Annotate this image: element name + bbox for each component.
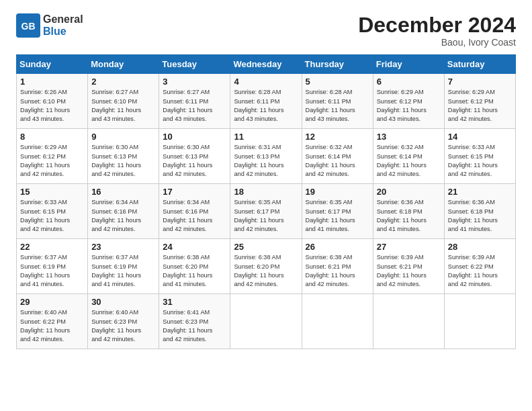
cell-info: Sunrise: 6:30 AMSunset: 6:13 PMDaylight:…	[163, 143, 226, 179]
day-number: 29	[20, 297, 84, 307]
calendar-cell: 22Sunrise: 6:37 AMSunset: 6:19 PMDayligh…	[17, 239, 88, 294]
day-number: 7	[448, 77, 512, 87]
svg-text:GB: GB	[21, 21, 36, 32]
page: GB General Blue December 2024 Baou, Ivor…	[0, 0, 532, 411]
calendar-cell: 10Sunrise: 6:30 AMSunset: 6:13 PMDayligh…	[159, 129, 230, 184]
calendar-cell: 27Sunrise: 6:39 AMSunset: 6:21 PMDayligh…	[373, 239, 444, 294]
cell-info: Sunrise: 6:26 AMSunset: 6:10 PMDaylight:…	[20, 88, 84, 124]
calendar-cell	[373, 294, 444, 349]
calendar-cell: 12Sunrise: 6:32 AMSunset: 6:14 PMDayligh…	[302, 129, 373, 184]
day-number: 10	[163, 132, 226, 142]
calendar-cell: 28Sunrise: 6:39 AMSunset: 6:22 PMDayligh…	[444, 239, 515, 294]
calendar-cell: 18Sunrise: 6:35 AMSunset: 6:17 PMDayligh…	[230, 184, 302, 239]
cell-info: Sunrise: 6:29 AMSunset: 6:12 PMDaylight:…	[377, 88, 441, 124]
day-number: 27	[377, 242, 441, 252]
header: GB General Blue December 2024 Baou, Ivor…	[16, 13, 516, 48]
cell-info: Sunrise: 6:28 AMSunset: 6:11 PMDaylight:…	[306, 88, 369, 124]
day-number: 18	[234, 187, 298, 197]
logo-text-general: General	[43, 13, 83, 25]
weekday-header-sunday: Sunday	[17, 55, 88, 74]
cell-info: Sunrise: 6:38 AMSunset: 6:20 PMDaylight:…	[163, 253, 226, 289]
weekday-header-thursday: Thursday	[302, 55, 373, 74]
day-number: 9	[91, 132, 155, 142]
weekday-header-saturday: Saturday	[444, 55, 515, 74]
day-number: 19	[306, 187, 369, 197]
calendar-cell: 3Sunrise: 6:27 AMSunset: 6:11 PMDaylight…	[159, 74, 230, 129]
cell-info: Sunrise: 6:33 AMSunset: 6:15 PMDaylight:…	[448, 143, 512, 179]
logo-icon: GB	[16, 13, 40, 38]
cell-info: Sunrise: 6:40 AMSunset: 6:23 PMDaylight:…	[91, 308, 155, 344]
cell-info: Sunrise: 6:27 AMSunset: 6:10 PMDaylight:…	[91, 88, 155, 124]
day-number: 8	[20, 132, 84, 142]
calendar-cell: 9Sunrise: 6:30 AMSunset: 6:13 PMDaylight…	[88, 129, 159, 184]
cell-info: Sunrise: 6:32 AMSunset: 6:14 PMDaylight:…	[306, 143, 369, 179]
cell-info: Sunrise: 6:39 AMSunset: 6:22 PMDaylight:…	[448, 253, 512, 289]
calendar-cell: 23Sunrise: 6:37 AMSunset: 6:19 PMDayligh…	[88, 239, 159, 294]
day-number: 30	[91, 297, 155, 307]
day-number: 14	[448, 132, 512, 142]
cell-info: Sunrise: 6:29 AMSunset: 6:12 PMDaylight:…	[448, 88, 512, 124]
cell-info: Sunrise: 6:30 AMSunset: 6:13 PMDaylight:…	[91, 143, 155, 179]
day-number: 17	[163, 187, 226, 197]
cell-info: Sunrise: 6:31 AMSunset: 6:13 PMDaylight:…	[234, 143, 298, 179]
day-number: 16	[91, 187, 155, 197]
weekday-header-row: SundayMondayTuesdayWednesdayThursdayFrid…	[17, 55, 516, 74]
calendar-cell: 7Sunrise: 6:29 AMSunset: 6:12 PMDaylight…	[444, 74, 515, 129]
calendar-cell: 19Sunrise: 6:35 AMSunset: 6:17 PMDayligh…	[302, 184, 373, 239]
calendar-cell: 24Sunrise: 6:38 AMSunset: 6:20 PMDayligh…	[159, 239, 230, 294]
calendar-cell: 29Sunrise: 6:40 AMSunset: 6:22 PMDayligh…	[17, 294, 88, 349]
location: Baou, Ivory Coast	[358, 37, 516, 48]
month-title: December 2024	[358, 13, 516, 37]
cell-info: Sunrise: 6:35 AMSunset: 6:17 PMDaylight:…	[234, 198, 298, 234]
calendar-cell	[230, 294, 302, 349]
title-block: December 2024 Baou, Ivory Coast	[358, 13, 516, 48]
calendar-cell: 16Sunrise: 6:34 AMSunset: 6:16 PMDayligh…	[88, 184, 159, 239]
logo: GB General Blue	[16, 13, 83, 38]
day-number: 31	[163, 297, 226, 307]
weekday-header-monday: Monday	[88, 55, 159, 74]
day-number: 23	[91, 242, 155, 252]
weekday-header-wednesday: Wednesday	[230, 55, 302, 74]
cell-info: Sunrise: 6:32 AMSunset: 6:14 PMDaylight:…	[377, 143, 441, 179]
day-number: 12	[306, 132, 369, 142]
calendar-cell: 30Sunrise: 6:40 AMSunset: 6:23 PMDayligh…	[88, 294, 159, 349]
day-number: 4	[234, 77, 298, 87]
cell-info: Sunrise: 6:38 AMSunset: 6:20 PMDaylight:…	[234, 253, 298, 289]
calendar-cell: 4Sunrise: 6:28 AMSunset: 6:11 PMDaylight…	[230, 74, 302, 129]
cell-info: Sunrise: 6:36 AMSunset: 6:18 PMDaylight:…	[448, 198, 512, 234]
calendar-cell: 5Sunrise: 6:28 AMSunset: 6:11 PMDaylight…	[302, 74, 373, 129]
cell-info: Sunrise: 6:27 AMSunset: 6:11 PMDaylight:…	[163, 88, 226, 124]
calendar-cell: 15Sunrise: 6:33 AMSunset: 6:15 PMDayligh…	[17, 184, 88, 239]
day-number: 5	[306, 77, 369, 87]
calendar-cell: 11Sunrise: 6:31 AMSunset: 6:13 PMDayligh…	[230, 129, 302, 184]
calendar-cell	[444, 294, 515, 349]
day-number: 1	[20, 77, 84, 87]
day-number: 22	[20, 242, 84, 252]
cell-info: Sunrise: 6:37 AMSunset: 6:19 PMDaylight:…	[91, 253, 155, 289]
day-number: 11	[234, 132, 298, 142]
calendar-cell: 26Sunrise: 6:38 AMSunset: 6:21 PMDayligh…	[302, 239, 373, 294]
day-number: 15	[20, 187, 84, 197]
day-number: 2	[91, 77, 155, 87]
cell-info: Sunrise: 6:37 AMSunset: 6:19 PMDaylight:…	[20, 253, 84, 289]
day-number: 24	[163, 242, 226, 252]
cell-info: Sunrise: 6:28 AMSunset: 6:11 PMDaylight:…	[234, 88, 298, 124]
cell-info: Sunrise: 6:34 AMSunset: 6:16 PMDaylight:…	[163, 198, 226, 234]
calendar-cell: 6Sunrise: 6:29 AMSunset: 6:12 PMDaylight…	[373, 74, 444, 129]
calendar-cell: 25Sunrise: 6:38 AMSunset: 6:20 PMDayligh…	[230, 239, 302, 294]
cell-info: Sunrise: 6:29 AMSunset: 6:12 PMDaylight:…	[20, 143, 84, 179]
cell-info: Sunrise: 6:33 AMSunset: 6:15 PMDaylight:…	[20, 198, 84, 234]
day-number: 3	[163, 77, 226, 87]
calendar-cell: 21Sunrise: 6:36 AMSunset: 6:18 PMDayligh…	[444, 184, 515, 239]
day-number: 25	[234, 242, 298, 252]
cell-info: Sunrise: 6:39 AMSunset: 6:21 PMDaylight:…	[377, 253, 441, 289]
day-number: 26	[306, 242, 369, 252]
cell-info: Sunrise: 6:41 AMSunset: 6:23 PMDaylight:…	[163, 308, 226, 344]
calendar-cell: 13Sunrise: 6:32 AMSunset: 6:14 PMDayligh…	[373, 129, 444, 184]
cell-info: Sunrise: 6:38 AMSunset: 6:21 PMDaylight:…	[306, 253, 369, 289]
cell-info: Sunrise: 6:34 AMSunset: 6:16 PMDaylight:…	[91, 198, 155, 234]
cell-info: Sunrise: 6:40 AMSunset: 6:22 PMDaylight:…	[20, 308, 84, 344]
weekday-header-tuesday: Tuesday	[159, 55, 230, 74]
calendar-cell: 2Sunrise: 6:27 AMSunset: 6:10 PMDaylight…	[88, 74, 159, 129]
calendar: SundayMondayTuesdayWednesdayThursdayFrid…	[16, 54, 516, 349]
